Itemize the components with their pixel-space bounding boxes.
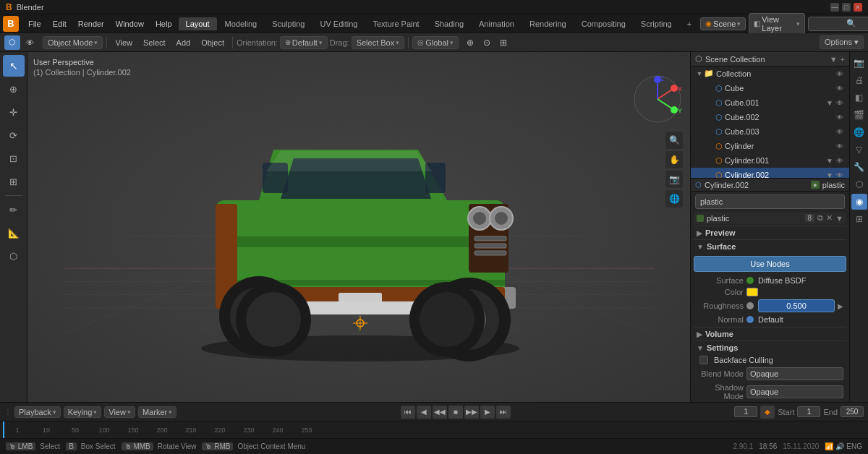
orientation-dropdown[interactable]: ⊕ Default ▾ — [280, 36, 328, 49]
timeline-track-area[interactable]: 1 10 50 100 150 200 210 220 230 240 250 — [0, 421, 868, 438]
collection-cube[interactable]: ⬡ Cube 👁 — [691, 81, 849, 95]
frame-start-input[interactable]: 1 — [797, 406, 820, 417]
cylinder-001-eye[interactable]: 👁 — [835, 155, 845, 166]
zoom-icon[interactable]: 🔍 — [665, 132, 683, 149]
tab-shading[interactable]: Shading — [427, 17, 471, 30]
viewport-icon-active[interactable]: ⬡ — [4, 35, 20, 50]
play-button[interactable]: ▶▶ — [464, 406, 479, 419]
proportional-icon[interactable]: ⊙ — [479, 35, 495, 50]
props-tab-world[interactable]: 🌐 — [851, 124, 867, 140]
props-tab-view-layer[interactable]: ◧ — [851, 90, 867, 106]
view-dropdown[interactable]: View ▾ — [104, 406, 135, 418]
cube-002-vis[interactable]: 👁 — [835, 112, 845, 122]
tab-scripting[interactable]: Scripting — [634, 17, 679, 30]
props-tab-particles[interactable]: ⬡ — [851, 176, 867, 192]
menu-help[interactable]: Help — [150, 18, 177, 30]
search-button[interactable]: 🔍 — [808, 17, 868, 31]
tool-add-obj[interactable]: ⬡ — [3, 245, 25, 267]
next-frame-button[interactable]: ▶ — [480, 406, 495, 419]
cube-003-vis[interactable]: 👁 — [835, 127, 845, 137]
view-menu[interactable]: View — [111, 37, 137, 48]
options-button[interactable]: Options ▾ — [820, 35, 864, 49]
tab-sculpting[interactable]: Sculpting — [265, 17, 312, 30]
mat-copy-icon[interactable]: ⧉ — [817, 213, 823, 223]
jump-start-button[interactable]: ⏮ — [401, 406, 415, 419]
minimize-button[interactable]: — — [830, 3, 839, 12]
jump-end-button[interactable]: ⏭ — [496, 406, 511, 419]
use-nodes-button[interactable]: Use Nodes — [694, 256, 846, 272]
cube-vis-icon[interactable]: 👁 — [835, 83, 845, 93]
prev-frame-button[interactable]: ◀ — [417, 406, 431, 419]
tab-animation[interactable]: Animation — [472, 17, 522, 30]
transform-icon[interactable]: ⊞ — [495, 35, 511, 50]
cylinder-002-vis[interactable]: ▼ — [825, 170, 835, 178]
tool-select[interactable]: ↖ — [3, 55, 25, 77]
marker-dropdown[interactable]: Marker ▾ — [138, 406, 176, 418]
shadow-mode-select[interactable]: Opaque — [746, 385, 843, 398]
menu-render[interactable]: Render — [73, 18, 109, 30]
maximize-button[interactable]: □ — [842, 3, 851, 12]
preview-section-header[interactable]: ▶ Preview — [694, 226, 846, 239]
pivot-dropdown[interactable]: ◎ Global ▾ — [412, 36, 459, 49]
menu-edit[interactable]: Edit — [48, 18, 72, 30]
props-tab-scene[interactable]: 🎬 — [851, 107, 867, 123]
scene-selector[interactable]: ◉ Scene ▾ — [700, 17, 746, 30]
keying-dropdown[interactable]: Keying ▾ — [64, 406, 102, 418]
viewport-gizmo[interactable]: X Y Z — [632, 74, 683, 124]
viewport[interactable]: User Perspective (1) Collection | Cylind… — [27, 52, 690, 402]
drag-dropdown[interactable]: Select Box ▾ — [352, 36, 405, 49]
camera-toggle-icon[interactable]: 📷 — [665, 171, 683, 188]
collection-vis-icon[interactable]: 👁 — [835, 69, 845, 79]
collection-cylinder-002[interactable]: ⬡ Cylinder.002 ▼ 👁 — [691, 168, 849, 178]
play-rev-button[interactable]: ◀◀ — [433, 406, 447, 419]
collection-collection[interactable]: ▼ 📁 Collection 👁 — [691, 67, 849, 81]
current-frame-input[interactable]: 1 — [734, 406, 757, 417]
tab-rendering[interactable]: Rendering — [522, 17, 574, 30]
tab-modeling[interactable]: Modeling — [218, 17, 265, 30]
tool-cursor[interactable]: ⊕ — [3, 78, 25, 100]
close-button[interactable]: ✕ — [854, 3, 862, 12]
menu-file[interactable]: File — [23, 18, 46, 30]
tool-transform[interactable]: ⊞ — [3, 171, 25, 192]
collection-cylinder[interactable]: ⬡ Cylinder 👁 — [691, 139, 849, 153]
settings-section-header[interactable]: ▼ Settings — [694, 341, 846, 354]
collection-cube-002[interactable]: ⬡ Cube.002 👁 — [691, 110, 849, 124]
menu-window[interactable]: Window — [111, 18, 149, 30]
props-tab-object[interactable]: ▽ — [851, 142, 867, 158]
camera-icon-btn[interactable]: 👁 — [22, 35, 38, 50]
props-tab-modifier[interactable]: 🔧 — [851, 159, 867, 175]
frame-end-input[interactable]: 250 — [841, 406, 864, 417]
cylinder-001-vis[interactable]: ▼ — [825, 155, 835, 166]
snap-icon[interactable]: ⊕ — [462, 35, 478, 50]
world-icon[interactable]: 🌐 — [665, 190, 683, 207]
mat-filter-icon[interactable]: ▼ — [835, 214, 843, 223]
props-tab-render[interactable]: 📷 — [851, 55, 867, 71]
cube-001-vis[interactable]: ▼ — [825, 98, 835, 108]
tab-add[interactable]: + — [680, 17, 699, 30]
add-menu[interactable]: Add — [172, 37, 195, 48]
hand-icon[interactable]: ✋ — [665, 151, 683, 168]
color-swatch[interactable] — [746, 288, 758, 296]
blend-mode-select[interactable]: Opaque — [746, 367, 843, 380]
collection-cube-003[interactable]: ⬡ Cube.003 👁 — [691, 124, 849, 139]
collection-cube-001[interactable]: ⬡ Cube.001 ▼ 👁 — [691, 95, 849, 110]
volume-section-header[interactable]: ▶ Volume — [694, 327, 846, 340]
tool-scale[interactable]: ⊡ — [3, 147, 25, 169]
select-menu[interactable]: Select — [139, 37, 170, 48]
collection-cylinder-001[interactable]: ⬡ Cylinder.001 ▼ 👁 — [691, 153, 849, 168]
stop-button[interactable]: ■ — [448, 406, 463, 419]
tab-uv-editing[interactable]: UV Editing — [312, 17, 365, 30]
playback-dropdown[interactable]: Playback ▾ — [14, 406, 61, 418]
tool-rotate[interactable]: ⟳ — [3, 124, 25, 146]
view-layer-selector[interactable]: ◧ View Layer ▾ — [749, 13, 804, 35]
props-tab-object-data[interactable]: ⊞ — [851, 211, 867, 227]
object-menu[interactable]: Object — [197, 37, 229, 48]
cylinder-vis[interactable]: 👁 — [835, 141, 845, 151]
tool-measure[interactable]: 📐 — [3, 222, 25, 244]
roughness-arrow[interactable]: ▶ — [838, 302, 843, 310]
tab-texture-paint[interactable]: Texture Paint — [365, 17, 426, 30]
material-search-field[interactable]: plastic — [695, 194, 845, 209]
scene-add-icon[interactable]: + — [841, 55, 845, 64]
tool-move[interactable]: ✛ — [3, 101, 25, 123]
cube-001-eye[interactable]: 👁 — [835, 98, 845, 108]
